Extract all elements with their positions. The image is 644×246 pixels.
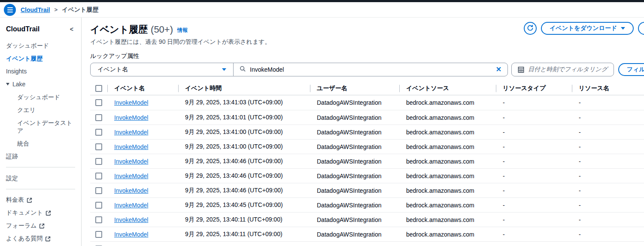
sidebar-item-lake[interactable]: Lake [6,80,75,88]
event-time-cell: 9月 29, 2025, 13:41:00 (UTC+09:00) [178,128,310,136]
event-name-link[interactable]: InvokeModel [114,173,148,179]
resource-type-cell: - [496,158,572,165]
sidebar-item-lake-query[interactable]: クエリ [6,106,75,114]
event-name-link[interactable]: InvokeModel [114,202,148,209]
sidebar-link-documentation[interactable]: ドキュメント [6,209,75,217]
sidebar-item-settings[interactable]: 設定 [6,174,75,182]
info-link[interactable]: 情報 [177,27,188,34]
sidebar-item-lake-event-data-store[interactable]: イベントデータストア [6,119,75,134]
event-source-cell[interactable]: bedrock.amazonaws.com [406,129,474,136]
sidebar-link-forum[interactable]: フォーラム [6,222,75,230]
resource-type-cell: - [496,202,572,209]
event-source-cell[interactable]: bedrock.amazonaws.com [406,187,474,194]
user-name-cell: DatadogAWSIntegration [310,129,399,136]
user-name-cell: DatadogAWSIntegration [310,99,399,106]
row-checkbox[interactable] [95,173,102,179]
event-source-cell[interactable]: bedrock.amazonaws.com [406,158,474,165]
column-header-resource-name[interactable]: リソース名 [572,82,644,95]
event-name-link[interactable]: InvokeModel [114,216,148,223]
row-checkbox[interactable] [95,158,102,165]
download-events-button[interactable]: イベントをダウンロード [541,22,634,35]
event-source-cell[interactable]: bedrock.amazonaws.com [406,231,474,238]
sidebar-item-lake-integration[interactable]: 統合 [6,140,75,147]
breadcrumb-cloudtrail-link[interactable]: CloudTrail [21,6,50,13]
lookup-filter-group: イベント名 InvokeModel ✕ [90,63,508,76]
external-link-icon [45,236,51,242]
sidebar-item-trails[interactable]: 証跡 [6,152,75,160]
event-history-table: イベント名 イベント時間 ユーザー名 イベントソース リソースタイプ リソース名… [90,82,644,246]
sidebar-link-faq[interactable]: よくある質問 [6,235,75,243]
event-time-cell: 9月 29, 2025, 13:40:46 (UTC+09:00) [178,172,310,180]
event-source-cell[interactable]: bedrock.amazonaws.com [406,216,474,223]
sidebar-item-lake-dashboard[interactable]: ダッシュボード [6,93,75,101]
event-name-link[interactable]: InvokeModel [114,231,148,238]
event-time-cell: 9月 29, 2025, 13:41:01 (UTC+09:00) [178,114,310,121]
refresh-button[interactable] [524,22,537,35]
row-checkbox[interactable] [95,129,102,136]
column-header-event-source[interactable]: イベントソース [399,82,496,95]
event-source-cell[interactable]: bedrock.amazonaws.com [406,202,474,209]
event-source-cell[interactable]: bedrock.amazonaws.com [406,99,474,106]
resource-type-cell: - [496,99,572,106]
column-header-resource-type[interactable]: リソースタイプ [496,82,572,95]
event-source-cell[interactable]: bedrock.amazonaws.com [406,143,474,150]
row-checkbox[interactable] [95,202,102,209]
select-all-checkbox[interactable] [95,85,102,92]
services-menu-button[interactable] [4,4,16,16]
user-name-cell: DatadogAWSIntegration [310,202,399,209]
lookup-attribute-select[interactable]: イベント名 [91,63,234,76]
event-name-link[interactable]: InvokeModel [114,129,148,136]
event-name-link[interactable]: InvokeModel [114,114,148,121]
column-header-event-name[interactable]: イベント名 [107,82,178,95]
hamburger-icon [7,7,13,8]
table-header-row: イベント名 イベント時間 ユーザー名 イベントソース リソースタイプ リソース名 [90,82,644,95]
event-name-link[interactable]: InvokeModel [114,143,148,150]
row-checkbox[interactable] [95,114,102,121]
column-header-user-name[interactable]: ユーザー名 [310,82,399,95]
resource-type-cell: - [496,187,572,194]
event-time-cell: 9月 29, 2025, 13:40:46 (UTC+09:00) [178,187,310,194]
column-header-event-time[interactable]: イベント時間 [178,82,310,95]
page-subtitle: イベント履歴には、過去 90 日間の管理イベントが表示されます。 [90,38,644,46]
date-time-filter-button[interactable]: 日付と時刻でフィルタリング [511,63,614,76]
event-search-input[interactable]: InvokeModel ✕ [234,63,507,76]
chevron-down-icon [6,83,9,85]
breadcrumb: CloudTrail > イベント履歴 [21,6,98,14]
lake-button[interactable]: Lake [638,22,644,35]
user-name-cell: DatadogAWSIntegration [310,187,399,194]
event-name-link[interactable]: InvokeModel [114,99,148,106]
row-checkbox[interactable] [95,231,102,238]
sidebar-collapse-button[interactable]: < [68,26,75,33]
event-name-link[interactable]: InvokeModel [114,187,148,194]
row-checkbox[interactable] [95,187,102,194]
row-checkbox[interactable] [95,99,102,106]
external-link-icon [46,210,51,216]
sidebar-item-event-history[interactable]: イベント履歴 [6,55,75,62]
user-name-cell: DatadogAWSIntegration [310,114,399,121]
event-source-cell[interactable]: bedrock.amazonaws.com [406,173,474,179]
user-name-cell: DatadogAWSIntegration [310,216,399,223]
table-row: InvokeModel 9月 29, 2025, 13:41:01 (UTC+0… [90,110,644,125]
sidebar-divider [6,167,75,167]
search-icon [240,66,246,73]
filter-button[interactable]: フィルタ [618,63,644,76]
resource-type-cell: - [496,143,572,150]
resource-name-cell: - [572,187,644,194]
table-row: InvokeModel 9月 29, 2025, 13:41:00 (UTC+0… [90,139,644,154]
table-row: InvokeModel 9月 29, 2025, 13:40:11 (UTC+0… [90,212,644,227]
sidebar-item-dashboard[interactable]: ダッシュボード [6,42,75,49]
main-content: イベント履歴 (50+) 情報 イベント履歴には、過去 90 日間の管理イベント… [82,18,644,246]
sidebar-nav: ダッシュボード イベント履歴 Insights Lake ダッシュボード クエリ… [6,42,75,160]
event-time-cell: 9月 29, 2025, 13:40:11 (UTC+09:00) [178,231,310,238]
event-source-cell[interactable]: bedrock.amazonaws.com [406,114,474,121]
clear-search-button[interactable]: ✕ [496,66,501,73]
sidebar-item-insights[interactable]: Insights [6,67,75,75]
calendar-icon [518,67,524,73]
table-body: InvokeModel 9月 29, 2025, 13:41:03 (UTC+0… [90,95,644,246]
external-link-icon [39,223,45,229]
sidebar-link-pricing[interactable]: 料金表 [6,196,75,204]
event-name-link[interactable]: InvokeModel [114,158,148,165]
row-checkbox[interactable] [95,143,102,150]
row-checkbox[interactable] [95,216,102,223]
table-row: InvokeModel 9月 29, 2025, 13:40:11 (UTC+0… [90,241,644,246]
